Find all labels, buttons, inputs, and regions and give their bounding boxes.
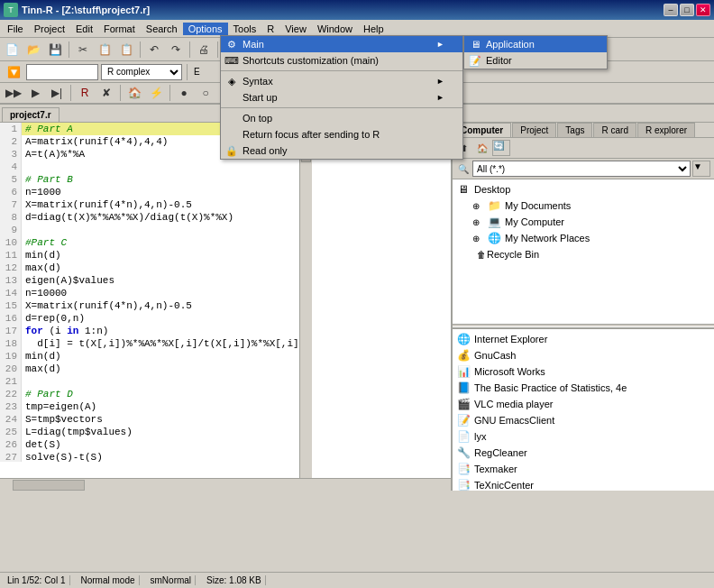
run-button[interactable]: ▶ bbox=[271, 40, 291, 60]
menu-window[interactable]: Window bbox=[312, 23, 358, 35]
menu-r[interactable]: R bbox=[261, 23, 279, 35]
new-file-button[interactable]: 📄 bbox=[2, 40, 22, 60]
line-number-21: 21 bbox=[0, 375, 22, 388]
app-item[interactable]: 📝GNU EmacsClient bbox=[454, 412, 712, 428]
toolbar-3: ▶▶ ▶ ▶| R ✘ 🏠 ⚡ ● ○ bbox=[0, 83, 714, 105]
send-selection-button[interactable]: ▶| bbox=[47, 83, 67, 103]
editor-scrollbar-v[interactable] bbox=[299, 123, 312, 478]
menu-edit[interactable]: Edit bbox=[70, 23, 98, 35]
app-item[interactable]: 🌐Internet Explorer bbox=[454, 331, 712, 347]
app-icon: 📄 bbox=[456, 429, 471, 444]
apps-list[interactable]: 🌐Internet Explorer💰GnuCash📊Microsoft Wor… bbox=[453, 327, 714, 491]
file-up-button[interactable]: ⬆ bbox=[456, 140, 472, 156]
line-code-3: A=t(A)%*%A bbox=[22, 148, 85, 161]
file-tree[interactable]: 🖥 Desktop ⊕ 📁 My Documents ⊕ 💻 My Comput… bbox=[453, 179, 714, 324]
line-number-16: 16 bbox=[0, 312, 22, 325]
filter-apply-button[interactable]: ▼ bbox=[692, 161, 710, 177]
cut-button[interactable]: ✂ bbox=[73, 40, 93, 60]
app-item[interactable]: 📘The Basic Practice of Statistics, 4e bbox=[454, 380, 712, 396]
menu-project[interactable]: Project bbox=[29, 23, 70, 35]
menu-view[interactable]: View bbox=[279, 23, 312, 35]
tab-tags[interactable]: Tags bbox=[557, 123, 592, 137]
print-button[interactable]: 🖨 bbox=[194, 40, 214, 60]
app-icon: 📑 bbox=[456, 462, 471, 476]
r-close-button[interactable]: ✘ bbox=[96, 83, 116, 103]
menu-tools[interactable]: Tools bbox=[228, 23, 262, 35]
menu-file[interactable]: File bbox=[2, 23, 29, 35]
menu-bar: File Project Edit Format Search Options … bbox=[0, 20, 714, 38]
r-start-button[interactable]: R bbox=[75, 83, 95, 103]
line-number-9: 9 bbox=[0, 224, 22, 236]
line-code-6: n=1000 bbox=[22, 186, 61, 198]
mydocs-label: My Documents bbox=[505, 200, 571, 211]
tab-rexplorer[interactable]: R explorer bbox=[637, 123, 695, 137]
app-label: RegCleaner bbox=[474, 447, 527, 458]
app-icon: 🔧 bbox=[456, 446, 471, 460]
stop-button[interactable]: ⏹ bbox=[293, 40, 313, 60]
code-editor[interactable]: 1# Part A2A=matrix(runif(4*4),4,4)3A=t(A… bbox=[0, 123, 299, 462]
expand-icon: ⊕ bbox=[469, 215, 483, 229]
line-code-11: min(d) bbox=[22, 249, 61, 262]
tree-item-mydocs[interactable]: ⊕ 📁 My Documents bbox=[454, 198, 712, 214]
undo-button[interactable]: ↶ bbox=[144, 40, 164, 60]
app-icon: T bbox=[4, 3, 18, 17]
app-item[interactable]: 📑TeXnicCenter bbox=[454, 477, 712, 491]
app-item[interactable]: 🎬VLC media player bbox=[454, 396, 712, 412]
tab-computer[interactable]: Computer bbox=[453, 123, 511, 137]
menu-help[interactable]: Help bbox=[358, 23, 389, 35]
app-label: Texmaker bbox=[474, 464, 517, 474]
file-home-button[interactable]: 🏠 bbox=[474, 140, 490, 156]
tab-project[interactable]: Project bbox=[512, 123, 556, 137]
line-16: 16d=rep(0,n) bbox=[0, 312, 299, 325]
tree-item-recycle[interactable]: 🗑 Recycle Bin bbox=[454, 246, 712, 262]
menu-format[interactable]: Format bbox=[98, 23, 141, 35]
tree-item-mycomputer[interactable]: ⊕ 💻 My Computer bbox=[454, 214, 712, 230]
menu-search[interactable]: Search bbox=[141, 23, 183, 35]
close-button[interactable]: ✕ bbox=[696, 4, 710, 16]
line-code-17: for (i in 1:n) bbox=[22, 325, 108, 337]
r-home-button[interactable]: 🏠 bbox=[124, 83, 144, 103]
paste-button[interactable]: 📋 bbox=[116, 40, 136, 60]
app-item[interactable]: 📑Texmaker bbox=[454, 461, 712, 477]
tree-item-network[interactable]: ⊕ 🌐 My Network Places bbox=[454, 230, 712, 246]
file-filter-combo[interactable]: All (*.*) bbox=[472, 161, 691, 177]
recycle-icon: 🗑 bbox=[469, 247, 483, 262]
open-file-button[interactable]: 📂 bbox=[23, 40, 43, 60]
editor-tab-project7[interactable]: project7.r bbox=[2, 107, 60, 122]
save-button[interactable]: 💾 bbox=[45, 40, 65, 60]
tree-item-desktop[interactable]: 🖥 Desktop bbox=[454, 181, 712, 198]
send-all-button[interactable]: ▶▶ bbox=[4, 83, 23, 103]
find-button[interactable]: 🔍 bbox=[222, 40, 242, 60]
folder-icon: ⊕ bbox=[469, 198, 483, 213]
unmark-button[interactable]: ○ bbox=[196, 83, 215, 103]
line-13: 13eigen(A)$values bbox=[0, 274, 299, 287]
maximize-button[interactable]: □ bbox=[680, 4, 694, 16]
app-item[interactable]: 💰GnuCash bbox=[454, 347, 712, 363]
cursor-button[interactable]: ⚡ bbox=[146, 83, 166, 103]
replace-button[interactable]: 🔎 bbox=[243, 40, 263, 60]
app-item[interactable]: 📄lyx bbox=[454, 428, 712, 445]
separator-5 bbox=[267, 41, 268, 58]
mark-button[interactable]: ● bbox=[174, 83, 194, 103]
filter-button[interactable]: 🔽 bbox=[4, 62, 23, 82]
line-9: 9 bbox=[0, 224, 299, 236]
file-refresh-button[interactable]: 🔄 bbox=[492, 140, 510, 156]
app-icon: 🎬 bbox=[456, 397, 471, 411]
line-number-3: 3 bbox=[0, 148, 22, 161]
minimize-button[interactable]: – bbox=[664, 4, 678, 16]
search-input[interactable] bbox=[26, 64, 98, 80]
refresh-button[interactable]: 🔄 bbox=[315, 40, 334, 60]
tab-rcard[interactable]: R card bbox=[593, 123, 636, 137]
app-item[interactable]: 📊Microsoft Works bbox=[454, 363, 712, 380]
app-item[interactable]: 🔧RegCleaner bbox=[454, 445, 712, 461]
menu-options[interactable]: Options bbox=[183, 23, 228, 35]
redo-button[interactable]: ↷ bbox=[166, 40, 186, 60]
syntax-combo[interactable]: R complex bbox=[101, 64, 182, 80]
copy-button[interactable]: 📋 bbox=[95, 40, 114, 60]
line-5: 5# Part B bbox=[0, 173, 299, 186]
send-line-button[interactable]: ▶ bbox=[25, 83, 45, 103]
app-label: lyx bbox=[474, 431, 486, 442]
line-code-13: eigen(A)$values bbox=[22, 274, 114, 287]
editor-scrollbar-h[interactable] bbox=[0, 478, 451, 491]
line-15: 15X=matrix(runif(4*n),4,n)-0.5 bbox=[0, 299, 299, 312]
